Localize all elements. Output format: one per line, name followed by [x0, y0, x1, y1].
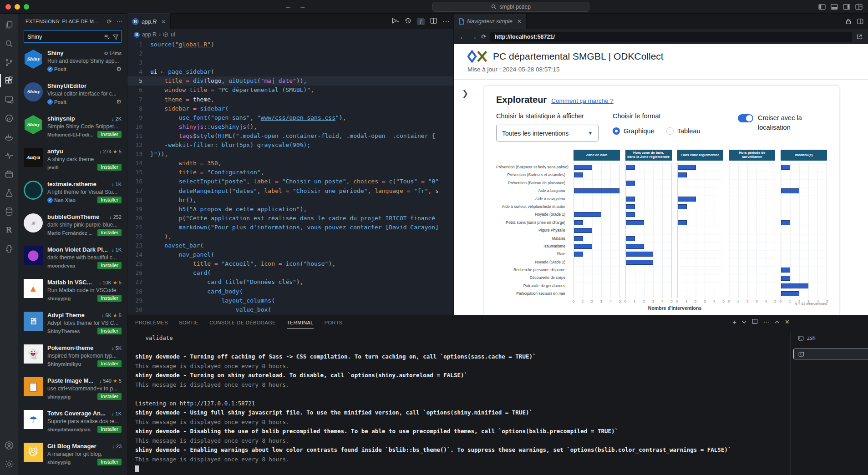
search-icon[interactable]	[0, 34, 18, 53]
extensions-search-input[interactable]: Shiny	[24, 30, 122, 43]
statistic-select[interactable]: Toutes les interventions ▼	[496, 125, 599, 141]
code-line[interactable]: 13}")),	[127, 150, 453, 159]
code-line[interactable]: 15 title = "Configuration",	[127, 168, 453, 177]
close-tab-icon[interactable]: ✕	[161, 19, 166, 25]
code-line[interactable]: 5 title = div(logo, uiOutput("maj_date")…	[127, 76, 453, 86]
close-panel-icon[interactable]: ✕	[785, 318, 790, 325]
manage-extension-gear-icon[interactable]: ⚙	[116, 98, 122, 105]
code-line[interactable]: 25 title = "Accueil", icon = icon("house…	[127, 259, 453, 268]
install-button[interactable]: Installer	[97, 328, 122, 334]
code-line[interactable]: 18 hr(),	[127, 196, 453, 205]
maximize-window-button[interactable]	[24, 4, 29, 10]
extension-list-item[interactable]: 📋Paste Image M...↓ 540 ★ 5use ctrl+v/com…	[18, 373, 127, 406]
code-line[interactable]: 1source("global.R")	[127, 40, 453, 49]
command-center-search[interactable]: smgbl-pcdep	[432, 2, 589, 12]
code-line[interactable]: 6 window_title = "PC départemental (SMGB…	[127, 86, 453, 95]
extension-list-item[interactable]: textmate.rstheme↓ 1KA light theme for Vi…	[18, 177, 127, 209]
code-line[interactable]: 16 selectInput("poste", label = "Choisir…	[127, 177, 453, 186]
extension-list-item[interactable]: 🖥Advpl Theme↓ 5K ★ 5Advpl Totvs theme fo…	[18, 308, 127, 340]
localisation-toggle[interactable]	[738, 114, 753, 122]
docker-icon[interactable]	[0, 127, 18, 146]
panel-tab-terminal[interactable]: TERMINAL	[287, 317, 314, 328]
tab-simple-browser[interactable]: Navigateur simple ✕	[454, 14, 527, 29]
settings-gear-icon[interactable]	[0, 455, 18, 473]
terminal-output[interactable]: validate shiny devmode - Turning off cac…	[135, 334, 788, 475]
toggle-primary-sidebar-icon[interactable]	[818, 3, 826, 10]
extension-list-item[interactable]: ☂Totvs Coverage An...↓ 1KSuporte para an…	[18, 406, 127, 439]
back-icon[interactable]: ←	[459, 33, 466, 40]
install-button[interactable]: Installer	[97, 197, 122, 203]
extension-list-item[interactable]: ShinyShiny⟲ 14msRun and develop Shiny ap…	[18, 45, 127, 78]
minimize-window-button[interactable]	[15, 4, 20, 10]
close-tab-icon[interactable]: ✕	[517, 18, 522, 25]
url-input[interactable]: http://localhost:58721/	[490, 32, 852, 42]
terminal-profile-shiny[interactable]: Shiny	[793, 349, 868, 359]
format-icon[interactable]: ƒ	[417, 18, 425, 25]
how-it-works-link[interactable]: Comment ça marche ?	[551, 97, 614, 104]
code-line[interactable]: 19 h5("A propos de cette application"),	[127, 205, 453, 214]
extension-list-item[interactable]: ShinyShinyUiEditorVisual editor interfac…	[18, 78, 127, 111]
install-button[interactable]: Installer	[97, 229, 122, 236]
sidebar-expand-icon[interactable]: ❯	[462, 89, 468, 98]
extensions-icon[interactable]	[0, 71, 18, 90]
tab-app-r[interactable]: R app.R ✕	[127, 14, 171, 29]
database-icon[interactable]	[0, 202, 18, 221]
more-actions-icon[interactable]: ⋯	[763, 318, 769, 325]
code-line[interactable]: 17 dateRangeInput("dates", label = "Choi…	[127, 187, 453, 196]
open-external-icon[interactable]	[856, 34, 863, 40]
install-button[interactable]: Installer	[97, 393, 122, 400]
reload-icon[interactable]: ⟳	[481, 33, 486, 40]
puzzle-icon[interactable]	[0, 239, 18, 258]
more-actions-icon[interactable]: ⋯	[442, 17, 450, 26]
toggle-secondary-sidebar-icon[interactable]	[843, 3, 850, 10]
extension-list-item[interactable]: 👻Pokemon-theme↓ 5KInspired from pokemon …	[18, 340, 127, 373]
code-line[interactable]: 24 nav_panel(	[127, 250, 453, 259]
extension-list-item[interactable]: 😼Git Blog Manager↓ 23A manager for git b…	[18, 439, 127, 471]
panel-tab-sortie[interactable]: SORTIE	[179, 317, 198, 328]
source-control-icon[interactable]	[0, 53, 18, 71]
history-icon[interactable]	[405, 17, 411, 26]
manage-extension-gear-icon[interactable]: ⚙	[116, 66, 122, 72]
run-file-button[interactable]	[391, 17, 399, 26]
install-button[interactable]: Installer	[97, 164, 122, 171]
customize-layout-icon[interactable]	[855, 3, 863, 10]
explorer-icon[interactable]	[0, 15, 18, 34]
code-editor[interactable]: 1source("global.R")234ui ← page_sidebar(…	[127, 40, 453, 315]
code-line[interactable]: 3	[127, 58, 453, 67]
more-actions-icon[interactable]: ⋯	[117, 18, 122, 25]
code-line[interactable]: 22 ),	[127, 232, 453, 241]
new-terminal-icon[interactable]: +	[732, 318, 736, 326]
install-button[interactable]: Installer	[97, 426, 122, 433]
history-forward-button[interactable]: →	[299, 2, 306, 10]
code-line[interactable]: 26 card(	[127, 268, 453, 278]
breadcrumb[interactable]: R app.R › ui	[127, 29, 453, 40]
panel-tab-console-de-d-bogage[interactable]: CONSOLE DE DÉBOGAGE	[209, 317, 276, 328]
code-line[interactable]: 21 markdown("Pour plus d'informations, v…	[127, 223, 453, 232]
code-line[interactable]: 23 navset_bar(	[127, 241, 453, 250]
beaker-icon[interactable]	[0, 183, 18, 202]
install-button[interactable]: Installer	[97, 459, 122, 465]
code-line[interactable]: 29 layout_columns(	[127, 296, 453, 305]
panel-tab-probl-mes[interactable]: PROBLÈMES	[135, 317, 168, 328]
history-back-button[interactable]: ←	[285, 2, 292, 10]
breadcrumb-symbol[interactable]: ui	[171, 31, 175, 38]
toggle-panel-icon[interactable]	[831, 3, 838, 10]
split-editor-icon[interactable]	[430, 17, 437, 26]
code-line[interactable]: 20 p("Cette application est réalisée dan…	[127, 214, 453, 223]
code-line[interactable]: 7 theme = theme,	[127, 95, 453, 104]
split-editor-icon[interactable]	[857, 18, 863, 25]
code-line[interactable]: 30 value_box(	[127, 305, 453, 314]
accounts-icon[interactable]	[0, 436, 18, 455]
filter-icon[interactable]	[112, 34, 119, 40]
extension-list-item[interactable]: Moon Violet Dark Pl...↓ 1Kdark theme wit…	[18, 242, 127, 275]
swirl-extension-icon[interactable]	[0, 109, 18, 127]
code-line[interactable]: 27 card_title("Données clés"),	[127, 278, 453, 287]
pulse-icon[interactable]	[0, 146, 18, 165]
install-button[interactable]: Installer	[97, 262, 122, 269]
library-icon[interactable]	[0, 165, 18, 183]
maximize-panel-icon[interactable]	[775, 318, 779, 325]
code-line[interactable]: 8 sidebar = sidebar(	[127, 104, 453, 113]
code-line[interactable]: 12 -webkit-filter: blur(5px) grayscale(9…	[127, 141, 453, 150]
code-line[interactable]: 14 width = 350,	[127, 159, 453, 168]
install-button[interactable]: Installer	[97, 295, 122, 302]
